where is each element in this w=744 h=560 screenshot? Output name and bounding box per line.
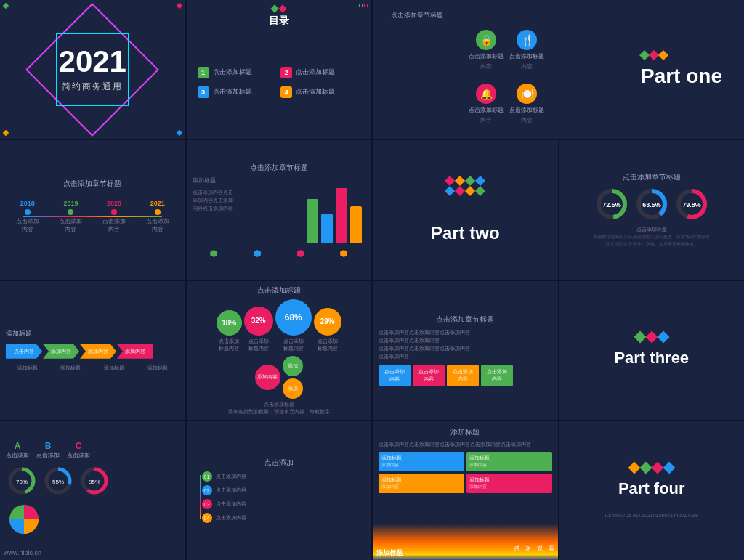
svg-text:55%: 55% xyxy=(52,479,64,485)
year-2020-label: 2020 xyxy=(107,200,121,207)
donut-1: 72.5% xyxy=(594,186,630,222)
icon-item-plate: 🍽️ 点击添加标题 内容 xyxy=(509,84,544,124)
year-2018-text: 点击添加内容 xyxy=(16,217,39,233)
part-two-cell: Part two xyxy=(373,140,558,279)
year-2021-label: 2021 xyxy=(150,200,165,207)
part-one-cell: 点击添加章节标题 🔒 点击添加标题 内容 🍴 点击添加标题 内容 🔔 点击添加标… xyxy=(373,0,744,139)
bubble-2: 添加 xyxy=(283,378,303,399)
sticky-2: 点击添加内容 xyxy=(413,365,445,386)
svg-text:85%: 85% xyxy=(89,479,100,485)
bar-chart-content: 点击添加章节标题 添加标题 点击添加内容点击添加内容点击添加内容点击添加内容 xyxy=(187,157,372,263)
step-circle-02: 02 xyxy=(202,485,212,495)
icon-label-2: 点击添加标题 xyxy=(509,52,544,60)
part-three-content: Part three xyxy=(614,333,689,368)
part-one-text: Part one xyxy=(641,65,722,88)
hanging-3: 68% 点击添加标题内容 xyxy=(275,299,312,352)
grid-cards-text: 点击添加内容点击添加内容点击添加内容点击添加内容点击添加内容 xyxy=(379,441,552,448)
mosaic-1 xyxy=(445,176,455,186)
icon-label-3: 点击添加标题 xyxy=(469,106,504,114)
grid-card-4: 添加标题添加内容 xyxy=(466,474,552,493)
p3-diamond-1 xyxy=(634,331,646,344)
mosaic-6 xyxy=(455,186,465,196)
corner-diamond-bl xyxy=(3,130,9,136)
bar-2 xyxy=(321,214,333,243)
part-four-content: Part four ID:4667705 NO:2021012604144201… xyxy=(567,429,737,553)
timeline2-cell: 点击添加 01 点击添加内容 02 点击添加内容 03 点击添加内容 xyxy=(187,421,372,560)
sticky-cards: 点击添加内容 点击添加内容 点击添加内容 点击添加内容 xyxy=(379,365,552,386)
toc-text-3: 点击添加标题 xyxy=(213,87,252,97)
timeline2-title: 点击添加 xyxy=(193,458,366,468)
part-two-text: Part two xyxy=(431,223,500,243)
footer-label-2: 谢 xyxy=(525,545,531,553)
abc-c: C 点击添加 xyxy=(67,441,90,459)
icon-row-2: 🔔 点击添加标题 内容 🍽️ 点击添加标题 内容 xyxy=(391,80,623,128)
toc-corner-deco xyxy=(359,4,368,7)
toc-item-2: 2 点击添加标题 xyxy=(280,67,360,78)
circle-chart-title: 点击添加标题 xyxy=(193,285,366,296)
arrow-2: 添加内容 xyxy=(43,344,79,359)
ring-svg-2: 55% xyxy=(42,465,75,498)
bell-icon: 🔔 xyxy=(476,84,496,104)
icon-sub-4: 内容 xyxy=(521,116,533,124)
donut-description: 点击添加标题 每般数字每每可以从画面内输入进行更改，双击"标框"图形中可以对其进… xyxy=(565,226,739,247)
year-2021-dot xyxy=(155,209,161,215)
step-02: 02 点击添加内容 xyxy=(207,485,366,495)
toc-text-2: 点击添加标题 xyxy=(296,68,335,77)
cards-text-list: 点击添加内容点击添加内容点击添加内容 点击添加内容点击添加内容 点击添加内容点击… xyxy=(379,328,552,361)
plate-icon: 🍽️ xyxy=(517,84,537,104)
cards-section-title: 点击添加章节标题 xyxy=(379,315,552,325)
step-circle-04: 04 xyxy=(202,513,212,523)
arrow-3: 添加内容 xyxy=(80,344,116,359)
year-2019-label: 2019 xyxy=(63,200,78,207)
arrow-label-3: 添加标题 xyxy=(104,365,124,372)
toc-title: 目录 xyxy=(269,15,289,28)
step-text-02: 点击添加内容 xyxy=(216,487,246,494)
circle-chart-content: 点击添加标题 18% 点击添加标题内容 32% 点击添加标题内容 68% 点击添… xyxy=(187,281,372,420)
mosaic-2 xyxy=(455,176,465,186)
timeline-section-title: 点击添加章节标题 xyxy=(6,179,179,189)
sunset-image: 添加标题 感 谢 观 看 xyxy=(373,524,558,560)
bar-chart-subtitle: 添加标题 xyxy=(193,176,366,184)
year-2020-text: 点击添加内容 xyxy=(102,217,126,233)
icon-item-bell: 🔔 点击添加标题 内容 xyxy=(469,84,504,124)
hanging-circle-3: 68% xyxy=(275,299,312,336)
mosaic-4 xyxy=(475,176,485,186)
mosaic-3 xyxy=(465,176,475,186)
timeline-content: 点击添加章节标题 2018 点击添加内容 2019 点击添加内容 xyxy=(0,173,185,246)
grid-card-1: 添加标题添加内容 xyxy=(379,452,464,471)
year-2021-text: 点击添加内容 xyxy=(146,217,169,233)
lock-icon: 🔒 xyxy=(476,30,496,50)
abc-b-text: 点击添加 xyxy=(36,451,60,459)
hanging-4: 29% 点击添加标题内容 xyxy=(314,308,341,352)
mosaic-8 xyxy=(475,186,485,196)
ring-svg-1: 70% xyxy=(6,465,39,498)
donut-svg-3: 79.8% xyxy=(674,186,710,222)
part-three-cell: Part three xyxy=(559,281,745,420)
pie-bottom xyxy=(6,501,179,540)
step-01: 01 点击添加内容 xyxy=(207,471,366,482)
bar-chart-cell: 点击添加章节标题 添加标题 点击添加内容点击添加内容点击添加内容点击添加内容 xyxy=(187,140,372,279)
corner-diamond-tl xyxy=(3,3,9,9)
bottom-icon-2 xyxy=(254,250,261,257)
main-grid: 2021 简约商务通用 目录 1 点击添加标题 2 xyxy=(0,0,744,560)
step-text-01: 点击添加内容 xyxy=(216,473,246,480)
toc-num-2: 2 xyxy=(280,67,292,78)
toc-num-1: 1 xyxy=(198,67,209,78)
label-c: C xyxy=(76,441,82,451)
step-04: 04 点击添加内容 xyxy=(207,513,366,523)
icon-label-4: 点击添加标题 xyxy=(509,106,544,114)
year-2019: 2019 点击添加内容 xyxy=(59,200,82,233)
icon-label-1: 点击添加标题 xyxy=(469,52,504,60)
circle-chart-footer: 点击添加标题添加各类型的数量，请选单元内容，每般数字 xyxy=(193,401,366,415)
part-one-section-title: 点击添加章节标题 xyxy=(391,11,623,20)
title-cell: 2021 简约商务通用 xyxy=(0,0,185,139)
bottom-icon-1 xyxy=(210,250,217,257)
corner-diamond-tr xyxy=(176,3,182,9)
donut-cell: 点击添加章节标题 72.5% 63.5% xyxy=(559,140,745,279)
bar-4 xyxy=(350,206,362,243)
deco-sq-2 xyxy=(364,4,368,7)
grid-cards-cell: 添加标题 点击添加内容点击添加内容点击添加内容点击添加内容点击添加内容 添加标题… xyxy=(373,421,558,560)
watermark-area: ID:4667705 NO:20210126041442017089 xyxy=(605,513,698,518)
icon-sub-3: 内容 xyxy=(480,116,492,124)
footer-label-3: 观 xyxy=(537,545,543,553)
